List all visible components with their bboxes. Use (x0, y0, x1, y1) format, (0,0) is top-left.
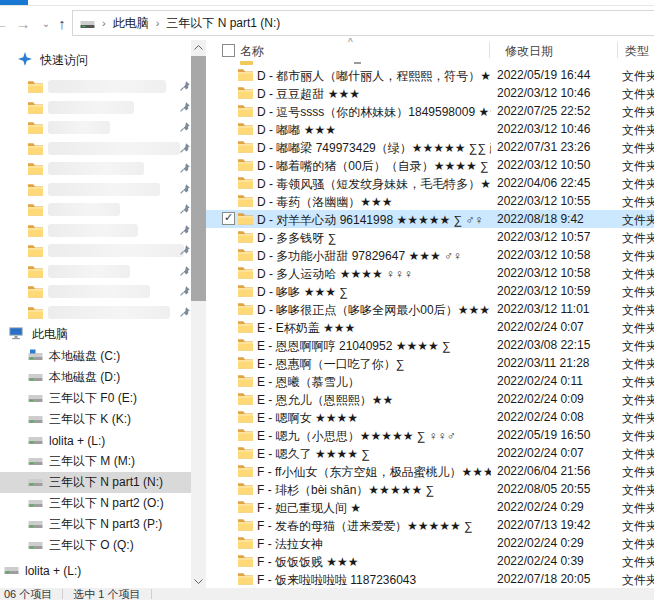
select-all-checkbox[interactable] (222, 44, 235, 57)
file-row[interactable]: D - 毒药（洛幽幽）★★★ 2022/03/12 10:55 文件夹 (206, 192, 654, 210)
forward-button[interactable]: → (13, 12, 33, 34)
file-list-pane: ^ 名称 修改日期 类型 D - 都市丽人（嘟什丽人，程熙熙，符号）★★★★..… (206, 40, 654, 588)
file-row[interactable]: D - 多人运动哈 ★★★★ ♀♀♀ 2022/03/12 10:58 文件夹 (206, 264, 654, 282)
up-icon: ↑ (58, 15, 66, 32)
sidebar-this-pc[interactable]: 此电脑 (0, 324, 191, 345)
file-row[interactable]: D - 哆哆很正点（哆哆全网最小00后）★★★★ ∑ ♂♀ 2022/03/12… (206, 300, 654, 318)
status-divider (62, 589, 63, 599)
up-button[interactable]: ↑ (52, 12, 72, 34)
sidebar-pinned-item[interactable] (0, 179, 191, 200)
file-row[interactable]: D - 豆豆超甜 ★★★ 2022/03/12 10:46 文件夹 (206, 84, 654, 102)
sidebar-pinned-item[interactable] (0, 158, 191, 179)
divider (0, 5, 654, 6)
pin-icon (179, 183, 191, 198)
file-row[interactable]: F - ff小仙女（东方空姐，极品蜜桃儿）★★★★★★ ∑ 2022/06/04… (206, 462, 654, 480)
folder-icon (238, 374, 253, 390)
folder-icon (238, 500, 253, 516)
sidebar-pinned-item[interactable] (0, 220, 191, 241)
sidebar-drive-item[interactable]: 三年以下 N part2 (O:) (0, 493, 191, 514)
sidebar-item-lolita-drive[interactable]: lolita + (L:) (0, 560, 191, 581)
file-row[interactable]: D - 嘟嘟梁 749973429（绿）★★★★★ ∑∑ 颜，大 2022/07… (206, 138, 654, 156)
file-row[interactable]: E - 嗯久了 ★★★★ ∑ 2022/02/24 0:07 文件夹 (206, 444, 654, 462)
row-checkbox[interactable]: ✓ (222, 212, 235, 225)
file-row[interactable]: D - 都市丽人（嘟什丽人，程熙熙，符号）★★★★... 2022/05/19 … (206, 66, 654, 84)
selected-count: 选中 1 个项目 (69, 587, 144, 600)
breadcrumb-current-drive[interactable]: 三年以下 N part1 (N:) (166, 15, 280, 32)
file-row[interactable]: E - 嗯九（小思思）★★★★★ ∑ ♀♀♂ 2022/05/19 16:50 … (206, 426, 654, 444)
file-row[interactable]: F - 法拉女神 2022/02/24 0:29 文件夹 (206, 534, 654, 552)
chevron-down-icon: ⌄ (42, 18, 50, 29)
file-type: 文件夹 (622, 194, 654, 211)
folder-icon (238, 464, 253, 480)
file-row[interactable]: D - 毒领风骚（短发纹身妹妹，毛毛特多）★★★★... 2022/04/06 … (206, 174, 654, 192)
scrollbar-thumb[interactable] (191, 56, 206, 301)
sidebar-pinned-item[interactable] (0, 117, 191, 138)
sidebar-quick-access[interactable]: 快速访问 (0, 50, 191, 71)
file-row[interactable]: D - 哆哆 ★★★ ∑ 2022/03/12 10:59 文件夹 (206, 282, 654, 300)
sidebar-drive-item[interactable]: 三年以下 O (Q:) (0, 535, 191, 556)
file-date-modified: 2022/03/12 11:01 (497, 302, 617, 316)
blurred-label (48, 306, 170, 319)
file-row[interactable]: F - 饭饭饭贱 ★★★ 2022/02/24 0:39 文件夹 (206, 552, 654, 570)
file-row[interactable]: F - 琲杉（bèi shān）★★★★★ ∑ 2022/08/05 20:55… (206, 480, 654, 498)
pin-icon (179, 162, 191, 177)
sidebar-pinned-item[interactable] (0, 261, 191, 282)
file-type: 文件夹 (622, 230, 654, 247)
sidebar-pinned-item[interactable] (0, 302, 191, 323)
folder-icon (28, 224, 43, 240)
file-name: E - 恩允儿（恩熙熙）★★ (257, 392, 491, 409)
sidebar-drive-item[interactable]: 三年以下 K (K:) (0, 409, 191, 430)
sidebar-drive-item[interactable]: 三年以下 N part1 (N:) (0, 472, 191, 493)
sidebar-pinned-item[interactable] (0, 281, 191, 302)
file-row[interactable]: D - 嘟着嘴的猪（00后）（自录）★★★★ ∑ 2022/03/12 10:5… (206, 156, 654, 174)
file-row[interactable]: D - 多多钱呀 ∑ 2022/03/12 10:57 文件夹 (206, 228, 654, 246)
file-row[interactable]: F - 妲己重现人间 ★ 2022/02/24 0:29 文件夹 (206, 498, 654, 516)
file-row[interactable]: E - E杯奶盖 ★★★ 2022/02/24 0:07 文件夹 (206, 318, 654, 336)
sidebar-drive-item[interactable]: 本地磁盘 (D:) (0, 367, 191, 388)
file-type: 文件夹 (622, 536, 654, 553)
sidebar-drive-item[interactable]: 本地磁盘 (C:) (0, 346, 191, 367)
file-row[interactable]: E - 恩允儿（恩熙熙）★★ 2022/02/24 0:09 文件夹 (206, 390, 654, 408)
address-bar[interactable]: › 此电脑 › 三年以下 N part1 (N:) (72, 10, 654, 36)
file-row[interactable]: F - 发春的母猫（进来爱爱）★★★★★ ∑ 2022/07/13 19:42 … (206, 516, 654, 534)
file-row[interactable]: E - 恩惠啊（一口吃了你）∑ 2022/03/11 21:28 文件夹 (206, 354, 654, 372)
sidebar-pinned-item[interactable] (0, 97, 191, 118)
sidebar-pinned-item[interactable] (0, 199, 191, 220)
file-row[interactable]: D - 多功能小甜甜 97829647 ★★★ ♂♀ 2022/03/12 10… (206, 246, 654, 264)
sidebar-scrollbar[interactable] (191, 40, 206, 588)
blurred-label (48, 285, 150, 298)
sidebar-drive-item[interactable]: 三年以下 F0 (E:) (0, 388, 191, 409)
folder-icon (28, 244, 43, 260)
column-header-name[interactable]: 名称 (240, 43, 264, 60)
scroll-down-arrow[interactable] (191, 574, 206, 588)
file-row[interactable]: D - 嘟嘟 ★★★ 2022/03/12 10:46 文件夹 (206, 120, 654, 138)
scroll-up-arrow[interactable] (191, 40, 206, 54)
sidebar-drive-item[interactable]: 三年以下 M (M:) (0, 451, 191, 472)
partially-scrolled-row-text (354, 62, 361, 64)
column-header-type[interactable]: 类型 (625, 43, 649, 60)
drive-label: 三年以下 K (K:) (49, 411, 131, 428)
file-name: E - 恩曦（慕雪儿） (257, 374, 491, 391)
sidebar-drive-item[interactable]: lolita + (L:) (0, 430, 191, 451)
file-row[interactable]: E - 恩恩啊啊哼 21040952 ★★★★ ∑ 2022/03/08 22:… (206, 336, 654, 354)
column-divider[interactable] (617, 42, 618, 58)
file-row[interactable]: E - 嗯啊女 ★★★★ 2022/02/24 0:08 文件夹 (206, 408, 654, 426)
folder-icon (238, 536, 253, 552)
sidebar-pinned-item[interactable] (0, 138, 191, 159)
column-header-date-modified[interactable]: 修改日期 (505, 43, 553, 60)
breadcrumb-this-pc[interactable]: 此电脑 (113, 15, 149, 32)
sidebar-drive-item[interactable]: 三年以下 N part3 (P:) (0, 514, 191, 535)
file-row[interactable]: D - 逗号ssss（你的林妹妹）1849598009 ★★★★... 2022… (206, 102, 654, 120)
back-button[interactable]: ← (0, 12, 11, 34)
folder-icon (28, 162, 43, 178)
file-name: D - 嘟嘟梁 749973429（绿）★★★★★ ∑∑ 颜，大 (257, 140, 491, 157)
sidebar-pinned-item[interactable] (0, 76, 191, 97)
file-name: D - 哆哆很正点（哆哆全网最小00后）★★★★ ∑ ♂♀ (257, 302, 491, 319)
column-divider[interactable] (489, 42, 490, 58)
file-row[interactable]: F - 饭来啦啦啦啦 1187236043 2022/07/18 20:05 文… (206, 570, 654, 588)
sidebar-pinned-item[interactable] (0, 240, 191, 261)
file-name: F - 发春的母猫（进来爱爱）★★★★★ ∑ (257, 518, 491, 535)
file-row[interactable]: E - 恩曦（慕雪儿） 2022/02/24 0:11 文件夹 (206, 372, 654, 390)
file-row[interactable]: D - 对羊羊心动 96141998 ★★★★★ ∑ ♂♀ 2022/08/18… (206, 210, 654, 228)
file-date-modified: 2022/03/11 21:28 (497, 356, 617, 370)
